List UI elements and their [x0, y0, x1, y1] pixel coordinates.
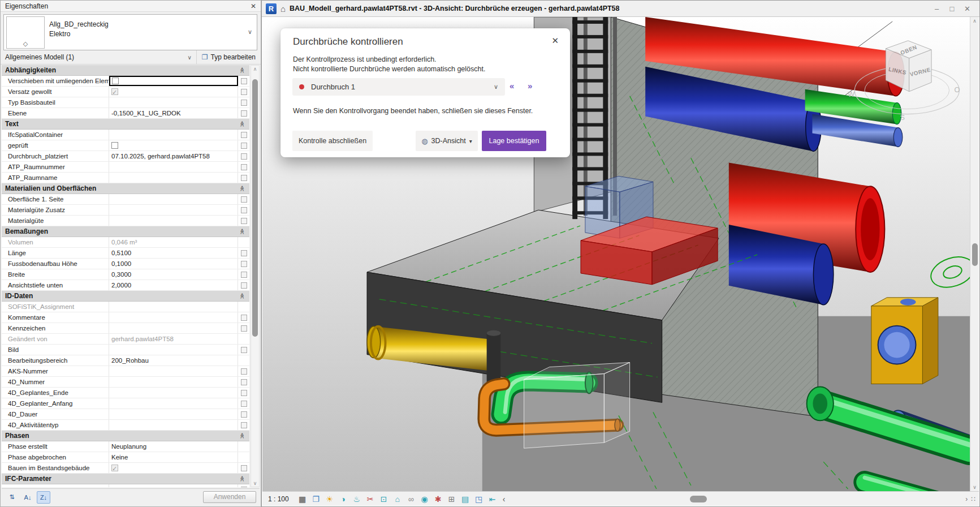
scroll-right-icon[interactable]: › [965, 495, 968, 503]
property-value[interactable]: Keine [109, 452, 238, 462]
associate-parameter-button[interactable] [241, 250, 247, 256]
edit-type-button[interactable]: ❐ Typ bearbeiten [197, 50, 261, 64]
associate-parameter-button[interactable] [241, 89, 247, 95]
scroll-up-icon[interactable]: ∧ [970, 18, 979, 24]
associate-parameter-button[interactable] [241, 422, 247, 428]
checkbox[interactable] [111, 142, 118, 149]
property-value[interactable] [109, 463, 238, 473]
associate-parameter-button[interactable] [241, 153, 247, 160]
property-value[interactable] [109, 173, 238, 183]
associate-parameter-button[interactable] [241, 465, 247, 471]
view-lock-icon[interactable]: ⌂ [391, 493, 404, 505]
property-value[interactable] [109, 87, 238, 97]
scale-button[interactable]: 1 : 100 [268, 495, 289, 503]
analytical-model-icon[interactable]: ▤ [459, 493, 472, 505]
property-value[interactable] [109, 366, 238, 376]
scroll-down-icon[interactable]: ∨ [251, 480, 259, 486]
visual-style-icon[interactable]: ❐ [309, 493, 323, 505]
detail-level-icon[interactable]: ▦ [296, 493, 309, 505]
associate-parameter-button[interactable] [241, 325, 247, 332]
scroll-up-icon[interactable]: ∧ [251, 66, 259, 72]
hide-isolate-icon[interactable]: ∞ [404, 493, 418, 505]
property-value[interactable]: 2,0000 [109, 280, 238, 290]
scrollbar-thumb[interactable] [690, 496, 707, 502]
associate-parameter-button[interactable] [241, 164, 247, 170]
collapse-section-icon[interactable]: ≪ [237, 476, 247, 482]
associate-parameter-button[interactable] [241, 379, 247, 385]
view-switch-button[interactable]: ◍ 3D-Ansicht ▾ [416, 131, 478, 151]
sun-path-icon[interactable]: ☀ [323, 493, 336, 505]
vertical-scrollbar[interactable]: ∧ ∨ [970, 17, 979, 491]
property-value[interactable] [109, 205, 238, 215]
minimize-button[interactable]: – [929, 5, 944, 13]
durchbruch-dropdown[interactable]: Durchbruch 1 ∨ [292, 78, 505, 96]
associate-parameter-button[interactable] [241, 207, 247, 213]
sort-descending-icon[interactable]: Z↓ [37, 491, 50, 504]
close-button[interactable]: ✕ [960, 5, 975, 13]
property-value[interactable] [109, 345, 238, 355]
finish-control-button[interactable]: Kontrolle abschließen [292, 131, 373, 151]
chevron-down-icon[interactable]: ∨ [248, 28, 252, 36]
compass-south[interactable]: S [900, 113, 905, 121]
property-value[interactable] [109, 76, 238, 86]
confirm-position-button[interactable]: Lage bestätigen [482, 131, 546, 151]
resize-grip-icon[interactable]: ∷ [971, 495, 975, 503]
maximize-button[interactable]: □ [944, 5, 960, 13]
associate-parameter-button[interactable] [241, 282, 247, 289]
close-icon[interactable]: ✕ [551, 36, 559, 46]
scrollbar-thumb[interactable] [252, 79, 258, 337]
next-button[interactable]: » [528, 81, 532, 91]
property-value[interactable] [109, 194, 238, 204]
previous-button[interactable]: « [510, 81, 514, 91]
compass-east[interactable]: O [954, 85, 960, 94]
type-selector[interactable]: ◇ Allg_BD_rechteckig Elektro ∨ [3, 14, 257, 50]
render-icon[interactable]: ♨ [350, 493, 364, 505]
associate-parameter-button[interactable] [241, 347, 247, 353]
property-value[interactable] [109, 398, 238, 409]
viewbar-collapse-icon[interactable]: ‹ [503, 495, 506, 504]
sort-ascending-icon[interactable]: A↓ [21, 491, 34, 504]
property-value[interactable] [109, 130, 238, 140]
checkbox[interactable] [112, 78, 119, 84]
associate-parameter-button[interactable] [241, 272, 247, 278]
close-icon[interactable]: ✕ [251, 1, 256, 12]
property-value[interactable] [109, 388, 238, 398]
property-value[interactable]: -0,1500_K1_UG_RDOK [109, 108, 238, 118]
compass-west[interactable]: W [848, 90, 855, 98]
associate-parameter-button[interactable] [241, 487, 247, 488]
scroll-down-icon[interactable]: ∨ [970, 484, 979, 490]
shadows-icon[interactable]: ◑ [336, 493, 350, 505]
property-value[interactable]: 0,1000 [109, 259, 238, 269]
apply-button[interactable]: Anwenden [203, 491, 256, 503]
property-value[interactable] [109, 377, 238, 387]
property-value[interactable]: 0,3000 [109, 269, 238, 280]
properties-titlebar[interactable]: Eigenschaften ✕ [1, 1, 261, 12]
property-value[interactable] [109, 216, 238, 226]
associate-parameter-button[interactable] [241, 315, 247, 321]
element-filter-dropdown[interactable]: Allgemeines Modell (1) ∨ [1, 50, 197, 64]
property-value[interactable]: 0,5100 [109, 248, 238, 258]
associate-parameter-button[interactable] [241, 390, 247, 396]
worksharing-display-icon[interactable]: ✱ [431, 493, 445, 505]
associate-parameter-button[interactable] [241, 132, 247, 138]
property-value[interactable] [109, 323, 238, 333]
associate-parameter-button[interactable] [241, 110, 247, 117]
displacement-icon[interactable]: ◳ [472, 493, 486, 505]
crop-view-icon[interactable]: ✂ [364, 493, 377, 505]
collapse-section-icon[interactable]: ≪ [237, 121, 247, 127]
property-value[interactable] [109, 97, 238, 108]
property-value[interactable] [109, 420, 238, 430]
horizontal-scrollbar[interactable] [508, 492, 962, 506]
associate-parameter-button[interactable] [241, 261, 247, 267]
property-value[interactable]: 200_Rohbau [109, 355, 238, 366]
collapse-section-icon[interactable]: ≪ [237, 67, 247, 73]
crop-region-icon[interactable]: ⊡ [377, 493, 391, 505]
constraints-icon[interactable]: ⇤ [486, 493, 499, 505]
associate-parameter-button[interactable] [241, 401, 247, 407]
reveal-hidden-icon[interactable]: ◉ [418, 493, 431, 505]
properties-scrollbar[interactable]: ∧ ∨ [251, 65, 260, 487]
associate-parameter-button[interactable] [241, 175, 247, 181]
property-value[interactable]: Neuplanung [109, 441, 238, 452]
associate-parameter-button[interactable] [241, 411, 247, 418]
property-value[interactable] [109, 140, 238, 151]
